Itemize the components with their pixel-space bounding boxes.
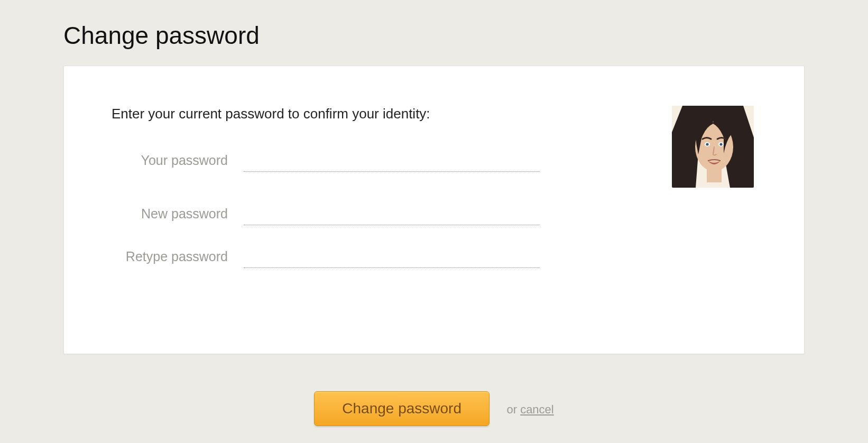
svg-rect-2	[707, 167, 722, 182]
svg-point-6	[719, 143, 722, 145]
svg-point-4	[706, 143, 708, 145]
change-password-button[interactable]: Change password	[314, 391, 490, 426]
row-current-password: Your password	[112, 151, 756, 172]
cancel-link[interactable]: cancel	[520, 403, 554, 416]
label-retype-password: Retype password	[112, 249, 244, 264]
form-instruction: Enter your current password to confirm y…	[112, 106, 756, 122]
avatar-image	[672, 106, 754, 188]
new-password-input[interactable]	[244, 205, 540, 225]
password-form-card: Enter your current password to confirm y…	[63, 66, 805, 354]
page-title: Change password	[63, 21, 805, 50]
retype-password-input[interactable]	[244, 247, 540, 268]
row-new-password: New password	[112, 205, 756, 225]
label-new-password: New password	[112, 206, 244, 222]
form-actions: Change password or cancel	[63, 391, 805, 426]
or-text: or	[506, 403, 520, 416]
label-current-password: Your password	[112, 153, 244, 168]
avatar	[672, 106, 754, 188]
current-password-input[interactable]	[244, 151, 540, 172]
row-retype-password: Retype password	[112, 247, 756, 268]
change-password-page: Change password	[0, 0, 868, 426]
